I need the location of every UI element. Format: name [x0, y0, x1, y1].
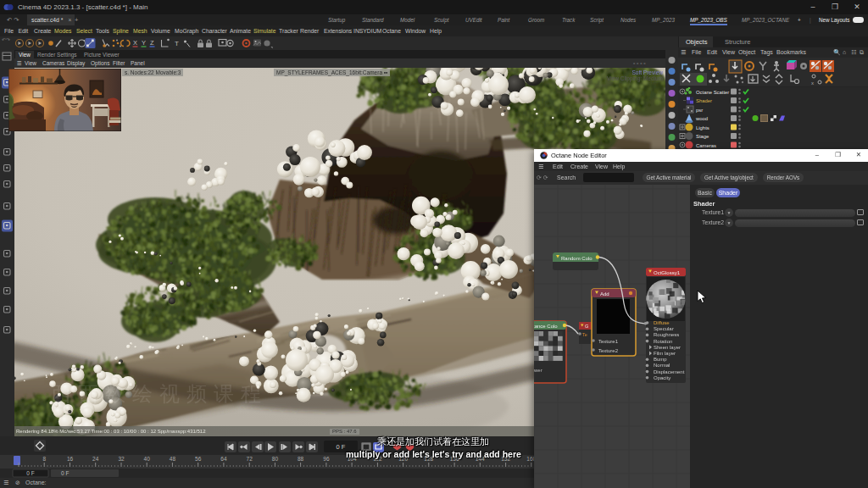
- svg-text:16: 16: [67, 456, 74, 462]
- svg-text:80: 80: [272, 456, 279, 462]
- svg-text:48: 48: [170, 456, 176, 462]
- svg-text:Lights: Lights: [696, 125, 709, 130]
- svg-text:x: x: [811, 80, 814, 86]
- svg-text:0 F: 0 F: [337, 443, 346, 451]
- svg-text:Rotation: Rotation: [654, 339, 672, 344]
- svg-text:64: 64: [220, 456, 227, 462]
- svg-text:T: T: [175, 40, 179, 47]
- svg-text:Cameras: Cameras: [696, 143, 716, 148]
- svg-text:OctGlossy1: OctGlossy1: [654, 270, 681, 275]
- svg-text:88: 88: [298, 456, 304, 462]
- svg-text:psr: psr: [696, 108, 703, 113]
- svg-text:Sheen layer: Sheen layer: [654, 345, 681, 350]
- svg-text:↶↷: ↶↷: [2, 37, 10, 42]
- svg-text:Opacity: Opacity: [654, 375, 670, 380]
- svg-text:72: 72: [247, 456, 253, 462]
- svg-text:Shader: Shader: [696, 98, 712, 103]
- svg-text:Film layer: Film layer: [654, 351, 676, 356]
- svg-text:Diffuse: Diffuse: [654, 320, 670, 325]
- svg-text:wood: wood: [695, 116, 708, 121]
- svg-text:Y: Y: [142, 39, 146, 47]
- svg-text:40: 40: [144, 456, 151, 462]
- svg-text:Te: Te: [582, 332, 587, 337]
- svg-text:96: 96: [323, 456, 330, 462]
- svg-text:Specular: Specular: [654, 326, 674, 331]
- svg-text:Displacement: Displacement: [654, 369, 685, 374]
- svg-text:Texture2: Texture2: [598, 348, 619, 353]
- svg-text:56: 56: [195, 456, 202, 462]
- svg-text:Texture1: Texture1: [598, 339, 619, 344]
- svg-text:Bump: Bump: [654, 357, 667, 362]
- svg-text:32: 32: [118, 456, 125, 462]
- svg-text:Stage: Stage: [696, 134, 709, 139]
- svg-text:Random Colo: Random Colo: [561, 256, 593, 261]
- svg-text:0 F: 0 F: [26, 470, 34, 476]
- svg-text:Normal: Normal: [654, 363, 670, 368]
- svg-text:stance Colo: stance Colo: [534, 324, 558, 329]
- svg-text:wer: wer: [534, 368, 542, 373]
- svg-text:Z: Z: [150, 39, 154, 47]
- svg-text:Add: Add: [600, 291, 609, 297]
- svg-text:X: X: [133, 39, 137, 47]
- svg-text:24: 24: [92, 456, 99, 462]
- svg-text:西西数绘视频课程: 西西数绘视频课程: [51, 382, 268, 405]
- svg-text:8: 8: [42, 456, 46, 462]
- svg-text:0 F: 0 F: [61, 470, 69, 476]
- svg-text:Octane Scatter: Octane Scatter: [696, 90, 729, 95]
- svg-text:Roughness: Roughness: [654, 332, 679, 337]
- svg-text:G: G: [585, 324, 588, 329]
